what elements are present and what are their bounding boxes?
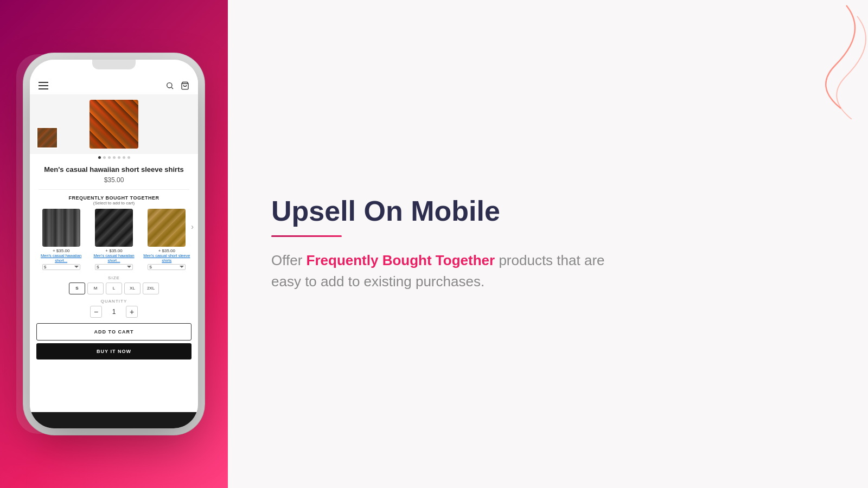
fbt-section-subtitle: (Select to add to cart) (36, 201, 192, 206)
carousel-dot-7[interactable] (127, 156, 130, 159)
size-btn-xl[interactable]: XL (124, 282, 141, 294)
size-label: SIZE (39, 275, 189, 280)
fbt-price-1: + $35.00 (53, 248, 69, 253)
fbt-name-2: Men's casual hawaiian short... (89, 253, 138, 263)
phone-bottom-bar (30, 412, 198, 428)
fbt-product-image-2 (95, 209, 133, 247)
buy-now-button[interactable]: BUY IT NOW (36, 343, 192, 359)
subtext-before: Offer (271, 252, 307, 268)
fbt-product-2[interactable]: + $35.00 Men's casual hawaiian short... … (89, 209, 138, 270)
product-main-image (90, 100, 138, 149)
fbt-products-container: + $35.00 Men's casual hawaiian short... … (36, 209, 192, 270)
add-to-cart-button[interactable]: ADD TO CART (36, 323, 192, 341)
product-title: Men's casual hawaiian short sleeve shirt… (39, 165, 189, 175)
right-panel: Upsell On Mobile Offer Frequently Bought… (228, 0, 868, 488)
fbt-name-1: Men's casual hawaiian short... (36, 253, 86, 263)
fbt-section: FREQUENTLY BOUGHT TOGETHER (Select to ad… (30, 192, 198, 273)
size-btn-2xl[interactable]: 2XL (143, 282, 159, 294)
size-buttons: S M L XL 2XL (39, 282, 189, 294)
fbt-product-1[interactable]: + $35.00 Men's casual hawaiian short... … (36, 209, 86, 270)
carousel-dot-2[interactable] (103, 156, 106, 159)
phone-top-bar (30, 60, 198, 77)
svg-line-1 (171, 87, 173, 89)
size-btn-l[interactable]: L (106, 282, 122, 294)
size-btn-s[interactable]: S (69, 282, 85, 294)
hamburger-menu-icon[interactable] (39, 82, 48, 89)
fbt-product-image-1 (42, 209, 80, 247)
fbt-product-3[interactable]: + $35.00 Men's casual short sleeve shirt… (142, 209, 192, 270)
carousel-dot-3[interactable] (108, 156, 111, 159)
fbt-price-2: + $35.00 (105, 248, 122, 253)
quantity-increase-button[interactable]: + (126, 306, 138, 318)
subtext-highlight: Frequently Bought Together (307, 252, 495, 268)
nav-icons (165, 81, 189, 90)
quantity-label: QUANTITY (39, 299, 189, 304)
subtext: Offer Frequently Bought Together product… (271, 250, 624, 292)
carousel-dots (30, 154, 198, 161)
fbt-size-select-1[interactable]: SMLXL (42, 264, 80, 270)
quantity-section: QUANTITY − 1 + (30, 297, 198, 320)
phone-mockup: Men's casual hawaiian short sleeve shirt… (30, 60, 198, 428)
fbt-size-select-2[interactable]: SMLXL (95, 264, 133, 270)
fbt-product-image-3 (148, 209, 186, 247)
phone-notch (92, 60, 136, 69)
quantity-controls: − 1 + (39, 306, 189, 318)
quantity-decrease-button[interactable]: − (90, 306, 102, 318)
fbt-section-title: FREQUENTLY BOUGHT TOGETHER (36, 195, 192, 201)
size-btn-m[interactable]: M (87, 282, 104, 294)
left-panel: Men's casual hawaiian short sleeve shirt… (0, 0, 228, 488)
svg-point-0 (167, 83, 172, 88)
search-icon[interactable] (165, 81, 174, 90)
fbt-name-3: Men's casual short sleeve shirts (142, 253, 192, 263)
carousel-dot-6[interactable] (123, 156, 125, 159)
decorative-curves (749, 0, 868, 119)
fbt-scroll-arrow[interactable]: › (191, 222, 194, 231)
action-buttons: ADD TO CART BUY IT NOW (30, 320, 198, 363)
product-info: Men's casual hawaiian short sleeve shirt… (30, 161, 198, 187)
fbt-price-3: + $35.00 (158, 248, 175, 253)
main-heading: Upsell On Mobile (271, 196, 624, 227)
phone-nav (30, 77, 198, 94)
cart-icon[interactable] (181, 81, 189, 90)
carousel-dot-5[interactable] (118, 156, 120, 159)
quantity-value: 1 (108, 308, 119, 316)
product-thumbnail (36, 127, 58, 149)
size-section: SIZE S M L XL 2XL (30, 273, 198, 297)
right-content: Upsell On Mobile Offer Frequently Bought… (271, 196, 624, 292)
phone-screen: Men's casual hawaiian short sleeve shirt… (30, 77, 198, 412)
heading-underline (271, 235, 342, 237)
fbt-size-select-3[interactable]: SMLXL (148, 264, 186, 270)
product-image-area (30, 94, 198, 154)
product-price: $35.00 (39, 176, 189, 184)
carousel-dot-4[interactable] (113, 156, 116, 159)
carousel-dot-1[interactable] (98, 156, 101, 159)
divider (39, 189, 189, 190)
